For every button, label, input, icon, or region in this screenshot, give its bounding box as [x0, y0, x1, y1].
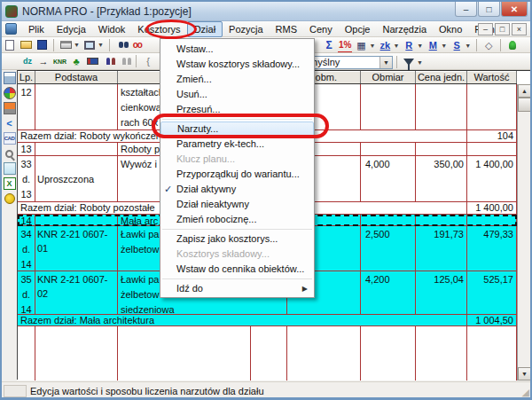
scrollbar-thumb[interactable] [518, 98, 531, 112]
insert-arrow-button[interactable]: → [36, 54, 51, 68]
zoom-icon[interactable] [4, 147, 16, 160]
menu-item-idz-do[interactable]: Idź do▶ [160, 281, 314, 296]
tree-button[interactable]: ♣ [69, 54, 83, 68]
eraser-button[interactable]: ◇ [481, 38, 496, 52]
row35-opis-line3: siedzeniowa [121, 302, 286, 314]
menu-item-usun[interactable]: Usuń... [160, 87, 314, 102]
sum-button[interactable]: Σ [322, 38, 336, 52]
menu-item-zmien[interactable]: Zmień... [160, 72, 314, 87]
scrollbar-track[interactable] [518, 112, 531, 367]
row14-wartosc [467, 215, 517, 225]
resize-grip-icon[interactable]: ◢ [522, 387, 529, 398]
row13-podstawa [35, 143, 118, 155]
palette-icon[interactable] [4, 87, 16, 99]
menu-item-dzial-nieaktywny[interactable]: Dział nieaktywny [160, 197, 314, 212]
row35-lp-d: d. [18, 287, 35, 302]
status-panel [4, 385, 27, 397]
document-icon[interactable] [5, 23, 17, 35]
menu-item-zapisz-jako-kosztorys[interactable]: Zapisz jako kosztorys... [160, 231, 314, 247]
preview-button[interactable] [82, 38, 97, 52]
menubar-widok[interactable]: Widok [92, 21, 132, 37]
scroll-up-icon[interactable]: ▲ [518, 84, 531, 98]
new-button[interactable] [3, 38, 17, 52]
r-dropdown[interactable]: ▼ [417, 43, 423, 49]
table-grid-button[interactable]: ▦ [354, 38, 368, 52]
truck-button[interactable] [85, 54, 99, 68]
row34-lp: 34 d. 14 [18, 226, 35, 271]
header-podstawa[interactable]: Podstawa [35, 71, 118, 83]
menubar-rms[interactable]: RMS [270, 21, 303, 37]
row33-obmiar: 4,000 [361, 156, 416, 201]
mdi-close-button[interactable]: × [512, 23, 527, 35]
menubar-opcje[interactable]: Opcje [339, 21, 377, 37]
hint-button[interactable] [505, 38, 520, 52]
s-button[interactable]: S [450, 38, 464, 52]
search-button[interactable] [114, 38, 129, 52]
cad-icon[interactable]: CAD [4, 132, 16, 145]
razem1-wartosc: 104 058,00 [467, 130, 517, 142]
menubar-okno[interactable]: Okno [433, 21, 468, 37]
marker-icon[interactable] [4, 102, 16, 114]
menu-item-parametry-ek-tech[interactable]: Parametry ek-tech... [160, 137, 314, 152]
mascot-icon[interactable] [4, 192, 16, 205]
row35-lp-dzial: 14 [18, 302, 35, 314]
razem-row-mala-architektura[interactable]: Razem dział: Mała architektura 1 004,50 [18, 315, 517, 326]
header-wartosc[interactable]: Wartość [467, 71, 517, 83]
restore-button[interactable]: □ [478, 2, 500, 17]
print-dropdown[interactable]: ▼ [74, 42, 80, 48]
zk-button[interactable]: zk [378, 38, 392, 52]
share-icon[interactable]: < [4, 117, 16, 129]
m-dropdown[interactable]: ▼ [441, 43, 447, 49]
calculator-icon[interactable] [4, 72, 16, 84]
glasses-button[interactable]: oo [130, 38, 145, 52]
combo-dropdown-icon[interactable]: ▼ [379, 57, 392, 68]
mdi-minimize-button[interactable]: – [478, 23, 493, 35]
menu-item-przyporzadkuj-do-wariantu[interactable]: Przyporządkuj do wariantu... [160, 167, 314, 182]
brace-button[interactable]: { [141, 54, 155, 68]
printer-icon [60, 41, 72, 49]
razem3-label: Razem dział: Mała architektura [18, 315, 467, 325]
row35-lp-number: 35 [18, 272, 35, 287]
row13-obmiar [361, 143, 416, 155]
mdi-restore-button[interactable]: □ [495, 23, 510, 35]
open-button[interactable] [19, 38, 33, 52]
menu-item-dzial-aktywny[interactable]: ✓Dział aktywny [160, 182, 314, 197]
zk-dropdown[interactable]: ▼ [393, 43, 399, 49]
r-button[interactable]: R [402, 38, 416, 52]
menu-item-zmien-robocizne[interactable]: Zmień robociznę... [160, 212, 314, 227]
header-lp[interactable]: Lp. [18, 71, 35, 83]
save-button[interactable] [35, 38, 49, 52]
open-folder-icon [20, 41, 32, 49]
vertical-scrollbar[interactable]: ▲ ▼ [517, 84, 531, 380]
notes-icon[interactable] [4, 162, 16, 175]
menubar-ceny[interactable]: Ceny [303, 21, 339, 37]
menubar-plik[interactable]: Plik [22, 21, 51, 37]
excel-export-icon[interactable]: X [4, 177, 16, 190]
razem3-wartosc: 1 004,50 [467, 315, 517, 325]
preview-dropdown[interactable]: ▼ [98, 42, 104, 48]
dz-button[interactable]: dz [20, 54, 35, 68]
print-button[interactable] [59, 38, 73, 52]
workers-button[interactable] [101, 54, 115, 68]
m-button[interactable]: M [426, 38, 440, 52]
close-button[interactable]: ✕ [501, 2, 528, 17]
row34-obmiar: 2,500 [361, 226, 416, 271]
knr-button[interactable]: KNR [52, 54, 67, 68]
row34-wartosc: 479,33 [467, 226, 517, 271]
row34-lp-dzial: 14 [18, 257, 35, 271]
header-obmiar[interactable]: Obmiar [361, 71, 416, 83]
filter-button[interactable] [402, 55, 416, 69]
menu-item-wstaw-kosztorys-skladowy[interactable]: Wstaw kosztorys składowy... [160, 57, 314, 72]
minimize-button[interactable]: – [455, 2, 477, 17]
menubar-narzedzia[interactable]: Narzędzia [377, 21, 434, 37]
s-dropdown[interactable]: ▼ [465, 43, 471, 49]
menu-item-wstaw-do-cennika-obiektow[interactable]: Wstaw do cennika obiektów... [160, 262, 314, 277]
grid-dropdown[interactable]: ▼ [369, 43, 375, 49]
menu-item-wstaw[interactable]: Wstaw... [160, 42, 314, 57]
menubar-edycja[interactable]: Edycja [51, 21, 92, 37]
percent-button[interactable]: 1% [338, 38, 352, 52]
menubar-pozycja[interactable]: Pozycja [223, 21, 270, 37]
scroll-down-icon[interactable]: ▼ [518, 367, 531, 380]
filter-dropdown[interactable]: ▼ [417, 59, 423, 66]
header-cena[interactable]: Cena jedn. [416, 71, 467, 83]
